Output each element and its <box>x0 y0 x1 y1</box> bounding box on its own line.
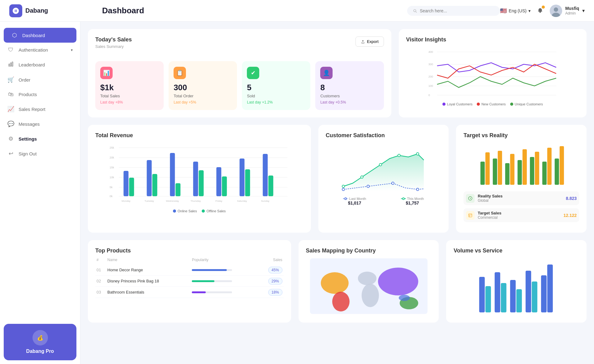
settings-icon: ⚙ <box>7 135 14 142</box>
table-row: 01 Home Decor Range 45% <box>95 265 284 276</box>
search-input[interactable] <box>420 8 494 13</box>
svg-rect-41 <box>129 178 134 196</box>
svg-rect-49 <box>222 176 227 196</box>
sidebar-item-sales-report[interactable]: 📈 Sales Report <box>0 102 80 116</box>
svg-rect-80 <box>510 154 514 185</box>
search-icon <box>413 8 417 13</box>
sidebar: ⬡ Dashboard 🛡 Authentication ▾ Leaderboa… <box>0 22 80 364</box>
svg-rect-40 <box>123 171 128 196</box>
notification-badge <box>542 6 545 9</box>
svg-marker-61 <box>343 154 424 191</box>
reality-label: Reality Sales <box>478 194 502 198</box>
svg-text:Thursday: Thursday <box>191 200 201 202</box>
sidebar-item-dashboard[interactable]: ⬡ Dashboard <box>4 28 76 43</box>
svg-point-65 <box>398 154 400 157</box>
svg-rect-79 <box>505 163 510 185</box>
last-month-item: Last Month $1,017 <box>343 197 366 205</box>
legend-unique-customers: Unique Customers <box>510 102 543 106</box>
stat-card-customers: 👤 8 Customers Last day +0.5% <box>315 61 384 110</box>
rank-cell: 02 <box>95 276 106 287</box>
legend-offline-sales: Offline Sales <box>202 209 226 213</box>
stat-card-total-order: 📋 300 Total Order Last day +5% <box>169 61 237 110</box>
language-label: Eng (US) <box>509 8 527 13</box>
stat-cards: 📊 $1k Total Sales Last day +8% 📋 300 Tot… <box>95 61 384 110</box>
total-order-value: 300 <box>174 83 232 92</box>
name-cell: Home Decor Range <box>106 265 191 276</box>
svg-rect-76 <box>485 152 490 185</box>
svg-rect-107 <box>485 286 491 312</box>
sidebar-label-sign-out: Sign Out <box>19 151 37 156</box>
search-bar[interactable] <box>407 6 500 16</box>
svg-point-63 <box>360 176 363 178</box>
language-selector[interactable]: 🇺🇸 Eng (US) ▾ <box>500 7 531 14</box>
total-sales-change: Last day +8% <box>100 100 159 104</box>
svg-text:5k: 5k <box>110 186 113 189</box>
svg-text:20k: 20k <box>110 156 114 159</box>
svg-rect-42 <box>147 160 152 196</box>
name-cell: Bathroom Essentials <box>106 287 191 298</box>
flag-icon: 🇺🇸 <box>500 7 507 14</box>
svg-point-102 <box>361 284 379 307</box>
svg-rect-53 <box>268 176 273 196</box>
sales-report-icon: 📈 <box>7 106 14 112</box>
reality-icon <box>466 194 475 203</box>
top-products-title: Top Products <box>95 248 284 254</box>
user-role: Admin <box>565 11 579 16</box>
svg-text:Monday: Monday <box>122 200 130 202</box>
user-area[interactable]: Musfiq Admin ▾ <box>550 5 585 17</box>
stat-card-sold: ✔ 5 Sold Last day +1.2% <box>242 61 310 110</box>
todays-sales-card: Today's Sales Sales Summary Export 📊 $1k <box>88 29 391 117</box>
notification-button[interactable] <box>537 7 544 15</box>
svg-rect-78 <box>498 151 502 185</box>
svg-rect-115 <box>547 265 553 312</box>
svg-point-1 <box>554 7 558 12</box>
this-month-line-icon <box>401 197 406 200</box>
user-name: Musfiq <box>565 6 579 11</box>
total-revenue-card: Total Revenue 25k 20k 15k 10k 5k 0k <box>88 125 311 233</box>
svg-point-103 <box>378 268 418 295</box>
sidebar-label-authentication: Authentication <box>19 47 48 53</box>
layout: ⬡ Dashboard 🛡 Authentication ▾ Leaderboa… <box>0 22 594 364</box>
total-sales-label: Total Sales <box>100 94 159 98</box>
target-sales-row: Target Sales Commercial 12.122 <box>463 208 579 222</box>
sidebar-item-messages[interactable]: 💬 Messages <box>0 116 80 131</box>
todays-sales-title: Today's Sales <box>95 36 132 43</box>
svg-rect-106 <box>479 277 485 312</box>
legend-loyal-customers: Loyal Customers <box>442 102 473 106</box>
svg-text:Wednesday: Wednesday <box>166 200 179 202</box>
satisfaction-values: Last Month $1,017 This Month $1,757 <box>326 197 441 205</box>
customer-satisfaction-title: Customer Satisfaction <box>326 132 441 139</box>
svg-text:400: 400 <box>428 50 433 53</box>
svg-rect-88 <box>560 146 564 185</box>
leaderboard-icon <box>7 61 14 68</box>
sidebar-item-leaderboard[interactable]: Leaderboard <box>0 57 80 72</box>
svg-rect-110 <box>510 280 516 312</box>
sidebar-item-products[interactable]: 🛍 Products <box>0 87 80 102</box>
svg-point-99 <box>321 272 348 294</box>
export-icon <box>361 40 365 44</box>
section-top: Today's Sales Sales Summary Export 📊 $1k <box>88 29 587 117</box>
svg-rect-87 <box>555 159 559 185</box>
total-revenue-title: Total Revenue <box>95 132 303 139</box>
user-chevron-icon: ▾ <box>582 8 585 14</box>
svg-rect-52 <box>263 154 268 196</box>
sidebar-bottom-promo[interactable]: 💰 Dabang Pro <box>4 324 76 360</box>
sidebar-item-order[interactable]: 🛒 Order <box>0 72 80 87</box>
sidebar-label-sales-report: Sales Report <box>19 107 45 112</box>
nav-right: 🇺🇸 Eng (US) ▾ Musfiq Admin ▾ <box>500 5 585 17</box>
export-button[interactable]: Export <box>355 36 384 47</box>
svg-text:25k: 25k <box>110 146 114 149</box>
total-order-change: Last day +5% <box>174 100 232 104</box>
sidebar-label-messages: Messages <box>19 121 40 127</box>
sidebar-item-sign-out[interactable]: ↩ Sign Out <box>0 146 80 161</box>
sales-cell: 45% <box>257 265 283 276</box>
visitor-insights-card: Visitor Insights 400 300 200 100 0 <box>399 29 587 117</box>
sidebar-item-authentication[interactable]: 🛡 Authentication ▾ <box>0 43 80 57</box>
svg-rect-75 <box>480 162 485 185</box>
sidebar-item-settings[interactable]: ⚙ Settings <box>0 131 80 146</box>
main-content: Today's Sales Sales Summary Export 📊 $1k <box>80 22 594 364</box>
total-revenue-chart: 25k 20k 15k 10k 5k 0k <box>95 143 303 205</box>
avatar <box>550 5 562 17</box>
visitor-insights-chart: 400 300 200 100 0 <box>406 47 579 97</box>
logo-icon[interactable] <box>9 4 22 17</box>
